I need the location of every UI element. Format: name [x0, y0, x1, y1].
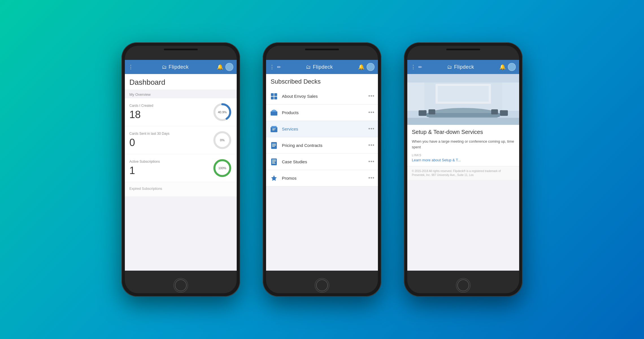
deck-more-pricing[interactable]: •••: [368, 142, 375, 148]
deck-item-promos[interactable]: Promos •••: [266, 170, 378, 186]
deck-icon-casestudies: [269, 157, 279, 166]
stat-value-created: 18: [129, 109, 153, 121]
svg-rect-38: [502, 82, 519, 111]
app-name-3: Flipdeck: [454, 64, 474, 70]
stat-value-subscriptions: 1: [129, 165, 160, 177]
stat-card-expired[interactable]: Expired Subscriptions: [125, 182, 237, 196]
app-name-2: Flipdeck: [313, 64, 333, 70]
card-body: Setup & Tear-down Services When you have…: [407, 125, 519, 166]
dashboard-title: Dashboard: [125, 74, 237, 90]
app-header-1: ⋮ 🗂 Flipdeck 🔔: [125, 60, 237, 74]
donut-percent-subscriptions: 100%: [218, 166, 226, 170]
stat-card-created[interactable]: Cards I Created 18 40.9%: [125, 98, 237, 126]
deck-label-services: Services: [282, 127, 365, 131]
edit-icon-2[interactable]: ✏: [277, 64, 281, 70]
deck-item-about[interactable]: About Envoy Sales •••: [266, 88, 378, 105]
deck-label-pricing: Pricing and Contracts: [282, 143, 365, 148]
svg-rect-22: [272, 161, 276, 161]
phone-speaker-3: [446, 49, 480, 50]
phone-speaker-1: [164, 49, 198, 50]
deck-label-about: About Envoy Sales: [282, 94, 365, 99]
menu-dots-icon-2[interactable]: ⋮: [269, 64, 275, 69]
dashboard-content: Dashboard My Overview Cards I Created 18…: [125, 74, 237, 271]
deck-icon-products: [269, 108, 279, 117]
avatar[interactable]: [225, 63, 233, 71]
bell-icon-3[interactable]: 🔔: [499, 64, 506, 70]
stat-label-created: Cards I Created: [129, 104, 153, 108]
menu-dots-icon-3[interactable]: ⋮: [411, 64, 416, 69]
card-description: When you have a large meeting or confere…: [412, 139, 515, 150]
svg-rect-13: [271, 126, 277, 128]
card-links-label: LINKS: [412, 154, 515, 157]
svg-rect-33: [428, 109, 435, 114]
deck-more-promos[interactable]: •••: [368, 175, 375, 181]
phone-3: ⋮ ✏ 🗂 Flipdeck 🔔: [404, 42, 523, 297]
card-footer-text: © 2015-2018 All rights reserved. Flipdec…: [412, 169, 515, 177]
card-image: [407, 74, 519, 125]
logo-icon: 🗂: [162, 64, 167, 70]
svg-rect-32: [419, 110, 427, 116]
stat-card-sent[interactable]: Cards Sent in last 30 Days 0 0%: [125, 126, 237, 154]
svg-rect-19: [272, 146, 275, 147]
deck-item-pricing[interactable]: Pricing and Contracts •••: [266, 137, 378, 154]
home-button-2[interactable]: [315, 278, 329, 293]
overview-section-title: My Overview: [125, 90, 237, 98]
deck-more-about[interactable]: •••: [368, 93, 375, 99]
card-link[interactable]: Learn more about Setup & T...: [412, 158, 515, 162]
deck-more-services[interactable]: •••: [368, 126, 375, 132]
svg-rect-11: [273, 110, 275, 111]
bell-icon[interactable]: 🔔: [217, 64, 223, 70]
avatar-2[interactable]: [367, 63, 375, 71]
svg-rect-5: [271, 93, 274, 96]
svg-rect-14: [272, 129, 276, 129]
home-button-3[interactable]: [456, 278, 471, 293]
svg-rect-21: [272, 160, 276, 160]
svg-rect-24: [272, 163, 275, 164]
svg-rect-31: [427, 113, 500, 117]
app-logo-3: 🗂 Flipdeck: [424, 64, 497, 70]
svg-marker-25: [271, 175, 277, 181]
svg-rect-18: [272, 145, 276, 145]
phone-1: ⋮ 🗂 Flipdeck 🔔 Dashboard My Overview Car…: [121, 42, 240, 297]
home-button-1[interactable]: [173, 278, 188, 293]
card-detail-content: Setup & Tear-down Services When you have…: [407, 74, 519, 271]
svg-rect-36: [407, 118, 519, 125]
donut-percent-created: 40.9%: [218, 110, 227, 114]
svg-rect-9: [271, 111, 277, 116]
donut-subscriptions: 100%: [212, 158, 232, 178]
decks-content: Subscribed Decks About Envoy Sales •••: [266, 74, 378, 271]
deck-icon-services: [269, 125, 279, 134]
svg-rect-29: [438, 86, 489, 102]
card-title: Setup & Tear-down Services: [412, 129, 515, 135]
app-name: Flipdeck: [169, 64, 189, 70]
deck-item-casestudies[interactable]: Case Studies •••: [266, 154, 378, 170]
bell-icon-2[interactable]: 🔔: [358, 64, 364, 70]
avatar-3[interactable]: [508, 63, 516, 71]
app-logo-2: 🗂 Flipdeck: [283, 64, 356, 70]
stat-label-subscriptions: Active Subscriptions: [129, 160, 160, 164]
deck-label-products: Products: [282, 110, 365, 115]
svg-rect-8: [274, 97, 277, 99]
svg-rect-17: [272, 144, 276, 144]
svg-rect-34: [500, 110, 508, 116]
deck-label-casestudies: Case Studies: [282, 159, 365, 164]
stat-value-sent: 0: [129, 137, 169, 149]
deck-icon-about: [269, 92, 279, 101]
deck-item-products[interactable]: Products •••: [266, 105, 378, 121]
decks-title: Subscribed Decks: [266, 74, 378, 88]
donut-sent: 0%: [212, 130, 232, 150]
svg-rect-35: [491, 109, 498, 114]
deck-more-products[interactable]: •••: [368, 110, 375, 116]
menu-dots-icon[interactable]: ⋮: [128, 64, 134, 69]
stat-card-subscriptions[interactable]: Active Subscriptions 1 100%: [125, 154, 237, 182]
deck-icon-pricing: [269, 141, 279, 150]
deck-more-casestudies[interactable]: •••: [368, 159, 375, 165]
deck-label-promos: Promos: [282, 176, 365, 181]
app-header-2: ⋮ ✏ 🗂 Flipdeck 🔔: [266, 60, 378, 74]
donut-created: 40.9%: [212, 102, 232, 122]
svg-rect-7: [271, 97, 274, 99]
app-logo: 🗂 Flipdeck: [136, 64, 215, 70]
edit-icon-3[interactable]: ✏: [418, 64, 422, 70]
logo-icon-3: 🗂: [447, 64, 452, 70]
deck-item-services[interactable]: Services •••: [266, 121, 378, 137]
